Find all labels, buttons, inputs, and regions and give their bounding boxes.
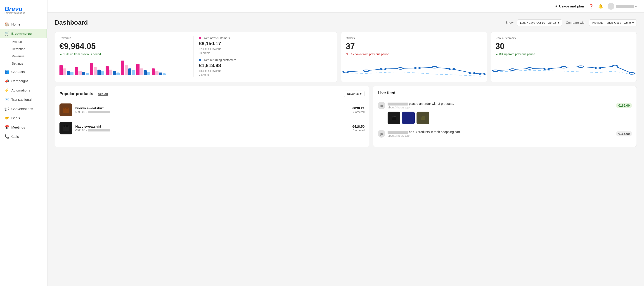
feed-time: about 3 hours ago (388, 134, 460, 137)
product-info: Navy sweatshirt €465.00 · (75, 124, 349, 132)
bar-light-blue (162, 73, 166, 75)
bar-light-pink (63, 68, 66, 75)
usage-icon: ✦ (555, 4, 558, 8)
svg-rect-27 (406, 115, 408, 121)
sidebar: Brevo Formerly sendinblue 🏠 Home 🛒 E-com… (0, 0, 48, 286)
compare-period: Previous 7 days (592, 21, 613, 24)
new-customers-value: €8,150.17 (199, 41, 333, 46)
new-customers-trend-text: 0% up from previous period (499, 52, 535, 56)
sidebar-item-label: Transactional (11, 98, 32, 101)
svg-rect-30 (420, 116, 422, 117)
see-all-link[interactable]: See all (98, 92, 108, 96)
page-title: Dashboard (55, 19, 502, 26)
bar-light-blue (101, 71, 104, 75)
period-pill[interactable]: Last 7 days Oct 10 - Oct 16 ▾ (517, 19, 562, 26)
period-selector[interactable]: Last 7 days Oct 10 - Oct 16 ▾ (517, 19, 562, 26)
product-thumb (388, 112, 400, 124)
svg-rect-18 (63, 108, 69, 113)
bar-light-pink (78, 71, 82, 75)
svg-point-14 (578, 66, 584, 67)
sidebar-item-settings[interactable]: Settings (0, 60, 47, 67)
ecommerce-icon: 🛒 (4, 31, 9, 36)
sidebar-item-conversations[interactable]: 💬 Conversations (0, 104, 47, 113)
svg-rect-22 (64, 125, 65, 127)
live-feed-header: Live feed (378, 91, 632, 95)
svg-point-11 (527, 67, 532, 69)
main-area: ✦ Usage and plan ❓ 🔔 ▾ Dashboard Show La… (48, 0, 644, 286)
avatar (608, 3, 614, 10)
svg-point-6 (449, 68, 454, 70)
help-icon[interactable]: ❓ (588, 4, 594, 9)
bar-blue (82, 72, 85, 75)
bar-light-blue (70, 72, 74, 75)
sidebar-item-automations[interactable]: ⚡ Automations (0, 86, 47, 95)
svg-point-2 (380, 68, 386, 70)
compare-selector[interactable]: Previous 7 days Oct 3 - Oct 9 ▾ (589, 19, 637, 26)
svg-point-17 (629, 72, 635, 74)
bar-light-blue (147, 72, 150, 75)
orders-label: Orders (346, 36, 482, 40)
sidebar-item-meetings[interactable]: 📅 Meetings (0, 123, 47, 132)
bar-pink (136, 64, 140, 75)
page-content: Dashboard Show Last 7 days Oct 10 - Oct … (48, 13, 644, 286)
compare-dates: Oct 3 - Oct 9 (614, 21, 631, 24)
compare-pill[interactable]: Previous 7 days Oct 3 - Oct 9 ▾ (589, 19, 637, 26)
blue-dot (199, 59, 201, 61)
logo: Brevo Formerly sendinblue (0, 3, 47, 20)
sidebar-item-calls[interactable]: 📞 Calls (0, 132, 47, 141)
sidebar-item-home[interactable]: 🏠 Home (0, 20, 47, 29)
svg-rect-20 (66, 107, 68, 109)
pink-dot (199, 37, 201, 39)
bar-pink (121, 60, 124, 75)
trend-arrow-up: ▲ (60, 52, 62, 56)
svg-point-3 (398, 67, 403, 69)
notification-icon[interactable]: 🔔 (598, 4, 603, 9)
new-customers-card: New customers 30 ▲ 0% up from previous p… (491, 32, 637, 82)
svg-point-16 (612, 65, 618, 67)
bar-blue (128, 68, 132, 75)
contacts-icon: 👥 (4, 69, 9, 74)
product-sub: €465.00 · (75, 129, 349, 132)
trend-arrow-down: ▼ (346, 52, 349, 56)
revenue-card: Revenue €9,964.05 ▲ 15% up from previous… (55, 32, 338, 82)
sidebar-item-contacts[interactable]: 👥 Contacts (0, 67, 47, 76)
new-customers-block: From new customers €8,150.17 82% of all … (199, 36, 333, 55)
compare-label: Compare with (566, 21, 585, 24)
product-sku (88, 129, 110, 131)
sort-dropdown[interactable]: Revenue ▾ (344, 91, 364, 97)
sidebar-item-label: E-commerce (11, 32, 32, 35)
orders-line-chart (346, 59, 482, 77)
sidebar-item-transactional[interactable]: 📧 Transactional (0, 95, 47, 104)
bar-light-blue (86, 73, 89, 75)
user-menu[interactable]: ▾ (608, 3, 637, 10)
feed-username (388, 103, 408, 105)
feed-amount: €165.00 (616, 103, 632, 108)
product-total: €838.21 (352, 106, 364, 110)
usage-and-plan-button[interactable]: ✦ Usage and plan (555, 4, 584, 8)
revenue-trend-text: 15% up from previous period (63, 52, 101, 56)
dashboard-header: Dashboard Show Last 7 days Oct 10 - Oct … (55, 19, 637, 26)
product-price-unit: €395.00 (75, 110, 85, 114)
sidebar-item-retention[interactable]: Retention (0, 45, 47, 53)
bar-pink (106, 66, 109, 75)
bar-light-pink (155, 71, 158, 75)
popular-products-card: Popular products · See all Revenue ▾ (55, 86, 369, 147)
chevron-down-icon: ▾ (632, 21, 634, 24)
svg-point-13 (561, 66, 566, 68)
conversations-icon: 💬 (4, 106, 9, 111)
feed-amount: €165.00 (616, 131, 632, 136)
svg-rect-25 (392, 116, 394, 117)
bar-light-pink (140, 68, 143, 75)
meetings-icon: 📅 (4, 125, 9, 130)
sidebar-item-revenue[interactable]: Revenue (0, 53, 47, 60)
sidebar-item-products[interactable]: Products (0, 38, 47, 45)
feed-action: has 3 products in their shopping cart. (388, 130, 460, 134)
bar-pair (106, 66, 120, 75)
campaigns-icon: 📣 (4, 79, 9, 83)
feed-avatar: jh (378, 130, 385, 138)
sidebar-item-campaigns[interactable]: 📣 Campaigns (0, 76, 47, 86)
sidebar-item-deals[interactable]: 🤝 Deals (0, 113, 47, 123)
sidebar-item-label: Deals (11, 116, 20, 120)
feed-item: jh placed an order with 3 products. abou… (378, 99, 632, 127)
sidebar-item-ecommerce[interactable]: 🛒 E-commerce (0, 29, 47, 38)
